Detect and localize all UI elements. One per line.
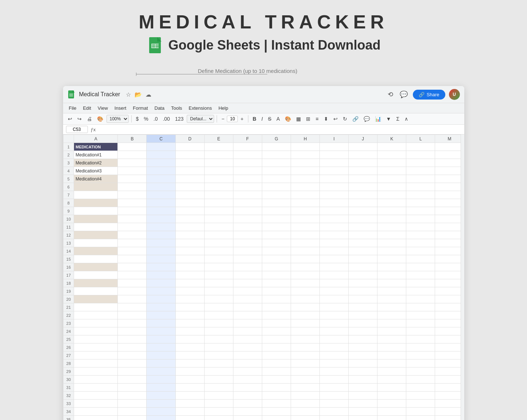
cell-r18-c13[interactable] <box>435 279 464 287</box>
chart-btn[interactable]: 📊 <box>373 115 383 123</box>
cell-r14-c9[interactable] <box>320 247 349 255</box>
menu-help[interactable]: Help <box>216 104 231 112</box>
cell-r15-c11[interactable] <box>377 255 406 263</box>
cell-r34-c12[interactable] <box>406 408 435 416</box>
col-header-d[interactable]: D <box>175 135 204 143</box>
cell-r22-c5[interactable] <box>204 311 233 319</box>
cell-r26-c10[interactable] <box>349 343 377 351</box>
comment-insert-btn[interactable]: 💬 <box>362 115 372 123</box>
cell-r14-c13[interactable] <box>435 247 464 255</box>
cell-r18-c10[interactable] <box>349 279 377 287</box>
cell-r23-c13[interactable] <box>435 319 464 327</box>
cell-r17-c6[interactable] <box>233 271 262 279</box>
cell-r10-c2[interactable] <box>118 215 147 223</box>
cell-r16-c8[interactable] <box>291 263 319 271</box>
cell-r27-c6[interactable] <box>233 351 262 359</box>
cell-r11-c7[interactable] <box>262 223 291 231</box>
cell-r30-c5[interactable] <box>204 376 233 384</box>
cell-r9-c7[interactable] <box>262 207 291 215</box>
cell-r11-c9[interactable] <box>320 223 349 231</box>
cell-r19-c3[interactable] <box>147 287 175 295</box>
cell-r1-c12[interactable] <box>406 143 435 151</box>
cell-r4-c2[interactable] <box>118 167 147 175</box>
cell-r23-c1[interactable] <box>74 319 118 327</box>
cell-r29-c13[interactable] <box>435 368 464 376</box>
cell-r30-c2[interactable] <box>118 376 147 384</box>
cell-r34-c11[interactable] <box>377 408 406 416</box>
cell-r20-c6[interactable] <box>233 295 262 303</box>
cell-r25-c4[interactable] <box>175 335 204 343</box>
cell-r5-c13[interactable] <box>435 175 464 183</box>
align-v-btn[interactable]: ⬍ <box>322 115 330 123</box>
cell-r28-c5[interactable] <box>204 359 233 368</box>
col-header-k[interactable]: K <box>377 135 406 143</box>
cell-r30-c12[interactable] <box>406 376 435 384</box>
cell-r34-c8[interactable] <box>291 408 319 416</box>
cell-r19-c10[interactable] <box>349 287 377 295</box>
cell-r20-c5[interactable] <box>204 295 233 303</box>
cell-r27-c4[interactable] <box>175 351 204 359</box>
cell-r8-c1[interactable] <box>74 199 118 207</box>
cell-r17-c13[interactable] <box>435 271 464 279</box>
cell-r28-c2[interactable] <box>118 359 147 368</box>
currency-btn[interactable]: $ <box>134 115 141 123</box>
cell-r34-c5[interactable] <box>204 408 233 416</box>
menu-edit[interactable]: Edit <box>80 104 94 112</box>
cell-r4-c4[interactable] <box>175 167 204 175</box>
cell-r18-c9[interactable] <box>320 279 349 287</box>
cell-r19-c7[interactable] <box>262 287 291 295</box>
cell-r4-c5[interactable] <box>204 167 233 175</box>
cell-r14-c10[interactable] <box>349 247 377 255</box>
cell-r31-c8[interactable] <box>291 384 319 392</box>
cell-r20-c13[interactable] <box>435 295 464 303</box>
cell-r12-c11[interactable] <box>377 231 406 239</box>
filter-btn[interactable]: ▼ <box>384 115 393 123</box>
cell-r6-c7[interactable] <box>262 183 291 191</box>
cell-r30-c9[interactable] <box>320 376 349 384</box>
cell-r19-c11[interactable] <box>377 287 406 295</box>
cell-r14-c4[interactable] <box>175 247 204 255</box>
cell-r35-c3[interactable] <box>147 416 175 420</box>
cell-r2-c2[interactable] <box>118 151 147 159</box>
col-header-j[interactable]: J <box>349 135 377 143</box>
cell-r6-c13[interactable] <box>435 183 464 191</box>
cell-r3-c1[interactable]: Medication#2 <box>74 159 118 167</box>
cell-r24-c9[interactable] <box>320 327 349 335</box>
cell-r2-c11[interactable] <box>377 151 406 159</box>
strikethrough-btn[interactable]: S <box>266 115 273 123</box>
cell-r1-c6[interactable] <box>233 143 262 151</box>
cell-r9-c4[interactable] <box>175 207 204 215</box>
cell-r1-c10[interactable] <box>349 143 377 151</box>
cell-r24-c2[interactable] <box>118 327 147 335</box>
cell-r32-c12[interactable] <box>406 392 435 400</box>
cell-r21-c4[interactable] <box>175 303 204 311</box>
cell-r9-c2[interactable] <box>118 207 147 215</box>
cell-r16-c6[interactable] <box>233 263 262 271</box>
cell-r12-c13[interactable] <box>435 231 464 239</box>
cell-r29-c6[interactable] <box>233 368 262 376</box>
cell-r9-c1[interactable] <box>74 207 118 215</box>
cell-r32-c3[interactable] <box>147 392 175 400</box>
cell-r7-c5[interactable] <box>204 191 233 199</box>
cell-r1-c5[interactable] <box>204 143 233 151</box>
cell-r20-c4[interactable] <box>175 295 204 303</box>
cell-r14-c6[interactable] <box>233 247 262 255</box>
cell-r1-c4[interactable] <box>175 143 204 151</box>
cell-r8-c11[interactable] <box>377 199 406 207</box>
cell-r13-c7[interactable] <box>262 239 291 247</box>
cell-r20-c9[interactable] <box>320 295 349 303</box>
cell-r21-c8[interactable] <box>291 303 319 311</box>
cell-r12-c9[interactable] <box>320 231 349 239</box>
cell-r7-c8[interactable] <box>291 191 319 199</box>
cell-r15-c2[interactable] <box>118 255 147 263</box>
cell-r14-c8[interactable] <box>291 247 319 255</box>
menu-insert[interactable]: Insert <box>112 104 129 112</box>
text-color-btn[interactable]: A <box>275 115 282 123</box>
cell-r21-c12[interactable] <box>406 303 435 311</box>
cell-r16-c9[interactable] <box>320 263 349 271</box>
cell-r4-c7[interactable] <box>262 167 291 175</box>
cell-r4-c11[interactable] <box>377 167 406 175</box>
cell-r5-c4[interactable] <box>175 175 204 183</box>
cell-r7-c11[interactable] <box>377 191 406 199</box>
cell-r29-c1[interactable] <box>74 368 118 376</box>
